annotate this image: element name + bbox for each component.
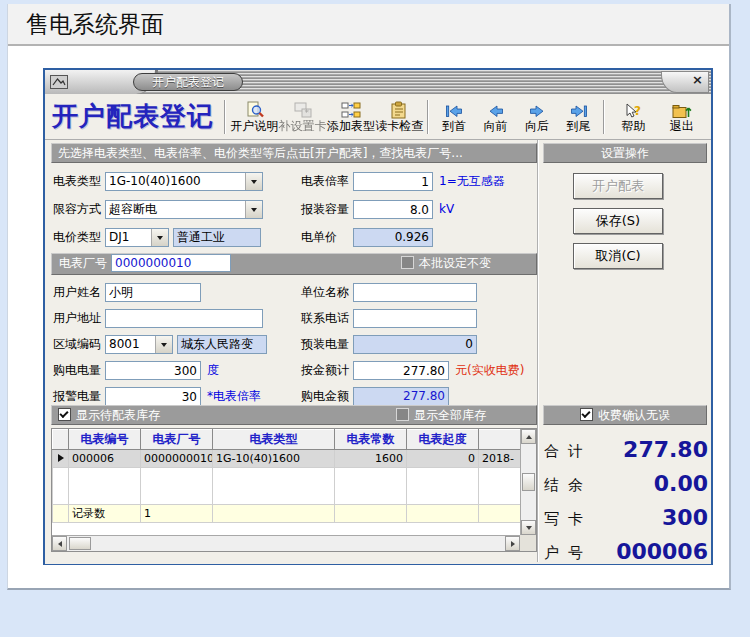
toolbar-button-help[interactable]: ? 帮助 [609, 100, 657, 133]
price-type-dropdown-button[interactable] [151, 229, 168, 246]
save-button[interactable]: 保存(S) [573, 208, 663, 234]
toolbar-button-prev[interactable]: 向前 [475, 100, 516, 133]
total-row: 合计 277.80 [542, 435, 708, 467]
table-empty-row [53, 468, 521, 505]
read-card-check-icon [389, 100, 409, 119]
column-header[interactable]: 电表常数 [335, 430, 407, 450]
unit-price-field: 0.926 [353, 228, 433, 247]
purchase-qty-hint: 度 [207, 361, 219, 380]
toolbar-button-setup-card: * 补设置卡 [278, 100, 326, 133]
limit-mode-select[interactable]: 超容断电 [105, 200, 263, 219]
close-icon[interactable]: × [692, 71, 703, 89]
toolbar-button-add-meter-type[interactable]: 添加表型 [327, 100, 375, 133]
area-code-label: 区域编码 [53, 335, 101, 354]
org-name-input[interactable] [353, 283, 477, 302]
nav-last-icon [570, 100, 588, 119]
open-account-meter-button: 开户配表 [573, 173, 663, 199]
address-input[interactable] [105, 309, 263, 328]
purchase-amount-label: 购电金额 [301, 387, 349, 406]
alarm-qty-label: 报警电量 [53, 387, 101, 406]
vertical-scrollbar[interactable] [520, 429, 536, 535]
selector-column-header [53, 430, 69, 450]
limit-mode-dropdown-button[interactable] [245, 201, 262, 218]
checkbox-checked-icon[interactable] [580, 408, 593, 421]
cell-meter-type: 1G-10(40)1600 [213, 450, 335, 468]
stock-table: 电表编号 电表厂号 电表类型 电表常数 电表起度 [52, 429, 520, 523]
fee-confirm-bar: 收费确认无误 [543, 405, 707, 425]
column-header[interactable] [479, 430, 521, 450]
column-header[interactable]: 电表起度 [407, 430, 479, 450]
toolbar-separator [603, 100, 605, 134]
account-no-row: 户号 000006 [542, 537, 708, 569]
toolbar-button-read-card-check[interactable]: 读卡检查 [375, 100, 423, 133]
arrow-up-icon [526, 435, 532, 439]
dialog-titlebar[interactable]: 开户配表登记 × [45, 70, 711, 94]
show-pending-stock-checkbox[interactable]: 显示待配表库存 [58, 408, 160, 422]
purchase-qty-label: 购电电量 [53, 361, 101, 380]
column-header[interactable]: 电表厂号 [141, 430, 213, 450]
toolbar-button-first[interactable]: 到首 [433, 100, 474, 133]
table-row[interactable]: 000006 0000000010 1G-10(40)1600 1600 0 2… [53, 450, 521, 468]
balance-value: 0.00 [654, 471, 708, 496]
vertical-scroll-thumb[interactable] [522, 473, 535, 491]
phone-input[interactable] [353, 309, 477, 328]
capacity-input[interactable] [353, 200, 433, 219]
scroll-down-button[interactable] [521, 520, 536, 535]
area-code-dropdown-button[interactable] [155, 336, 172, 353]
area-code-select[interactable]: 8001 [105, 335, 173, 354]
show-all-stock-checkbox[interactable]: 显示全部库存 [396, 406, 486, 424]
arrow-right-icon [511, 541, 515, 547]
scroll-left-button[interactable] [52, 536, 67, 551]
scroll-up-button[interactable] [521, 429, 536, 444]
page-title: 售电系统界面 [26, 11, 164, 37]
factory-no-label: 电表厂号 [59, 254, 107, 273]
cell-date: 2018- [479, 450, 521, 468]
toolbar-button-last[interactable]: 到尾 [558, 100, 599, 133]
scroll-right-button[interactable] [505, 536, 520, 551]
meter-type-dropdown-button[interactable] [245, 173, 262, 190]
balance-label: 结余 [544, 476, 592, 495]
by-amount-input[interactable] [353, 361, 449, 380]
row-selector-icon [58, 454, 64, 462]
toolbar-button-open-account-help[interactable]: 开户说明 [230, 100, 278, 133]
chevron-down-icon [161, 343, 167, 347]
checkbox-checked-icon[interactable] [58, 408, 71, 421]
toolbar-button-exit[interactable]: 退出 [658, 100, 706, 133]
write-card-value: 300 [662, 505, 708, 530]
total-value: 277.80 [623, 437, 708, 462]
cancel-button[interactable]: 取消(C) [573, 243, 663, 269]
toolbar-button-next[interactable]: 向后 [516, 100, 557, 133]
window-title: 开户配表登记 [133, 73, 243, 91]
factory-no-input[interactable] [111, 254, 231, 272]
toolbar-separator [427, 100, 429, 134]
cell-meter-no: 000006 [69, 450, 141, 468]
svg-text:?: ? [634, 104, 641, 118]
org-name-label: 单位名称 [301, 283, 349, 302]
column-header[interactable]: 电表类型 [213, 430, 335, 450]
column-header[interactable]: 电表编号 [69, 430, 141, 450]
horizontal-scroll-thumb[interactable] [69, 537, 91, 550]
chevron-down-icon [157, 236, 163, 240]
purchase-qty-input[interactable] [105, 361, 201, 380]
settings-panel-title: 设置操作 [601, 146, 649, 160]
alarm-qty-input[interactable] [105, 387, 201, 406]
meter-rate-input[interactable] [353, 172, 433, 191]
chevron-down-icon [251, 180, 257, 184]
account-no-label: 户号 [544, 544, 592, 563]
user-name-input[interactable] [105, 283, 201, 302]
fee-confirm-checkbox[interactable]: 收费确认无误 [580, 408, 670, 422]
account-no-value: 000006 [616, 539, 708, 564]
unit-price-label: 电单价 [301, 228, 337, 247]
checkbox-icon[interactable] [401, 256, 414, 269]
price-type-select[interactable]: DJ1 [105, 228, 169, 247]
scrollbar-corner [520, 535, 536, 551]
svg-text:*: * [304, 108, 309, 118]
content-card: 售电系统界面 开户配表登记 × 开户配表登记 [7, 4, 731, 590]
horizontal-scrollbar[interactable] [52, 535, 520, 551]
stock-filter-bar: 显示待配表库存 显示全部库存 [51, 405, 537, 425]
batch-fixed-checkbox[interactable]: 本批设定不变 [401, 254, 491, 273]
checkbox-icon[interactable] [396, 408, 409, 421]
meter-rate-hint: 1=无互感器 [439, 172, 505, 191]
meter-type-select[interactable]: 1G-10(40)1600 [105, 172, 263, 191]
chevron-down-icon [251, 208, 257, 212]
